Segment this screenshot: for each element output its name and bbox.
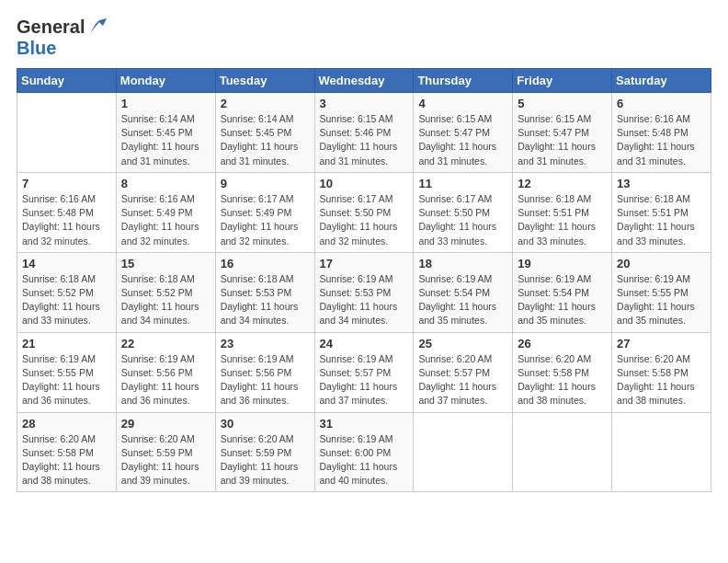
day-detail: Sunrise: 6:18 AM Sunset: 5:51 PM Dayligh… <box>518 192 607 248</box>
day-number: 14 <box>22 257 111 270</box>
day-detail: Sunrise: 6:17 AM Sunset: 5:50 PM Dayligh… <box>418 192 507 248</box>
calendar-cell: 3Sunrise: 6:15 AM Sunset: 5:46 PM Daylig… <box>314 93 414 173</box>
day-number: 29 <box>121 417 210 431</box>
calendar-cell: 26Sunrise: 6:20 AM Sunset: 5:58 PM Dayli… <box>513 332 612 412</box>
day-detail: Sunrise: 6:20 AM Sunset: 5:58 PM Dayligh… <box>617 352 706 408</box>
day-header-monday: Monday <box>116 69 215 93</box>
header: General Blue <box>17 17 711 59</box>
calendar-cell: 21Sunrise: 6:19 AM Sunset: 5:55 PM Dayli… <box>17 332 117 412</box>
day-detail: Sunrise: 6:19 AM Sunset: 5:53 PM Dayligh… <box>320 272 409 328</box>
calendar-cell: 27Sunrise: 6:20 AM Sunset: 5:58 PM Dayli… <box>612 332 711 412</box>
day-detail: Sunrise: 6:16 AM Sunset: 5:48 PM Dayligh… <box>617 112 706 168</box>
day-number: 23 <box>221 337 310 350</box>
calendar-cell: 18Sunrise: 6:19 AM Sunset: 5:54 PM Dayli… <box>414 252 513 332</box>
calendar-cell: 6Sunrise: 6:16 AM Sunset: 5:48 PM Daylig… <box>612 93 711 173</box>
day-number: 28 <box>22 417 111 431</box>
day-detail: Sunrise: 6:19 AM Sunset: 5:54 PM Dayligh… <box>518 272 607 328</box>
day-detail: Sunrise: 6:18 AM Sunset: 5:51 PM Dayligh… <box>617 192 706 248</box>
day-number: 30 <box>221 417 310 431</box>
calendar-cell: 17Sunrise: 6:19 AM Sunset: 5:53 PM Dayli… <box>314 252 414 332</box>
calendar-cell: 1Sunrise: 6:14 AM Sunset: 5:45 PM Daylig… <box>116 93 215 173</box>
day-detail: Sunrise: 6:18 AM Sunset: 5:52 PM Dayligh… <box>22 272 111 328</box>
day-number: 9 <box>221 177 310 190</box>
calendar-week-2: 7Sunrise: 6:16 AM Sunset: 5:48 PM Daylig… <box>17 172 711 252</box>
calendar-cell: 11Sunrise: 6:17 AM Sunset: 5:50 PM Dayli… <box>414 172 513 252</box>
calendar-week-1: 1Sunrise: 6:14 AM Sunset: 5:45 PM Daylig… <box>17 93 711 173</box>
calendar-cell: 20Sunrise: 6:19 AM Sunset: 5:55 PM Dayli… <box>612 252 711 332</box>
calendar-cell: 23Sunrise: 6:19 AM Sunset: 5:56 PM Dayli… <box>215 332 314 412</box>
calendar-cell: 5Sunrise: 6:15 AM Sunset: 5:47 PM Daylig… <box>513 93 612 173</box>
calendar-cell: 2Sunrise: 6:14 AM Sunset: 5:45 PM Daylig… <box>215 93 314 173</box>
calendar-cell: 10Sunrise: 6:17 AM Sunset: 5:50 PM Dayli… <box>314 172 414 252</box>
calendar-cell: 4Sunrise: 6:15 AM Sunset: 5:47 PM Daylig… <box>414 93 513 173</box>
day-number: 18 <box>418 257 507 270</box>
day-detail: Sunrise: 6:20 AM Sunset: 5:59 PM Dayligh… <box>221 432 310 488</box>
day-header-sunday: Sunday <box>17 69 117 93</box>
logo: General Blue <box>17 17 107 59</box>
day-number: 22 <box>121 337 210 350</box>
day-detail: Sunrise: 6:19 AM Sunset: 5:55 PM Dayligh… <box>617 272 706 328</box>
day-number: 21 <box>22 337 111 350</box>
calendar-cell: 16Sunrise: 6:18 AM Sunset: 5:53 PM Dayli… <box>215 252 314 332</box>
day-number: 16 <box>221 257 310 270</box>
calendar-cell <box>17 93 117 173</box>
day-detail: Sunrise: 6:16 AM Sunset: 5:48 PM Dayligh… <box>22 192 111 248</box>
calendar-week-3: 14Sunrise: 6:18 AM Sunset: 5:52 PM Dayli… <box>17 252 711 332</box>
day-number: 3 <box>320 97 409 110</box>
day-number: 5 <box>518 97 607 110</box>
svg-marker-0 <box>90 18 107 33</box>
day-detail: Sunrise: 6:17 AM Sunset: 5:50 PM Dayligh… <box>320 192 409 248</box>
calendar-week-5: 28Sunrise: 6:20 AM Sunset: 5:58 PM Dayli… <box>17 412 711 492</box>
day-header-wednesday: Wednesday <box>314 69 414 93</box>
day-detail: Sunrise: 6:14 AM Sunset: 5:45 PM Dayligh… <box>221 112 310 168</box>
calendar-cell: 22Sunrise: 6:19 AM Sunset: 5:56 PM Dayli… <box>116 332 215 412</box>
calendar-cell: 25Sunrise: 6:20 AM Sunset: 5:57 PM Dayli… <box>414 332 513 412</box>
calendar-table: SundayMondayTuesdayWednesdayThursdayFrid… <box>17 68 711 492</box>
day-detail: Sunrise: 6:20 AM Sunset: 5:58 PM Dayligh… <box>518 352 607 408</box>
day-number: 19 <box>518 257 607 270</box>
day-header-thursday: Thursday <box>414 69 513 93</box>
day-detail: Sunrise: 6:19 AM Sunset: 5:54 PM Dayligh… <box>418 272 507 328</box>
day-detail: Sunrise: 6:15 AM Sunset: 5:47 PM Dayligh… <box>518 112 607 168</box>
day-detail: Sunrise: 6:17 AM Sunset: 5:49 PM Dayligh… <box>221 192 310 248</box>
calendar-cell: 14Sunrise: 6:18 AM Sunset: 5:52 PM Dayli… <box>17 252 117 332</box>
day-header-saturday: Saturday <box>612 69 711 93</box>
calendar-cell <box>513 412 612 492</box>
day-detail: Sunrise: 6:20 AM Sunset: 5:59 PM Dayligh… <box>121 432 210 488</box>
day-header-friday: Friday <box>513 69 612 93</box>
day-detail: Sunrise: 6:14 AM Sunset: 5:45 PM Dayligh… <box>121 112 210 168</box>
day-detail: Sunrise: 6:18 AM Sunset: 5:53 PM Dayligh… <box>221 272 310 328</box>
day-number: 6 <box>617 97 706 110</box>
day-detail: Sunrise: 6:20 AM Sunset: 5:57 PM Dayligh… <box>418 352 507 408</box>
logo-general: General <box>17 17 85 38</box>
day-number: 15 <box>121 257 210 270</box>
day-number: 25 <box>418 337 507 350</box>
day-number: 20 <box>617 257 706 270</box>
day-detail: Sunrise: 6:19 AM Sunset: 6:00 PM Dayligh… <box>320 432 409 488</box>
calendar-cell <box>414 412 513 492</box>
calendar-cell: 8Sunrise: 6:16 AM Sunset: 5:49 PM Daylig… <box>116 172 215 252</box>
day-detail: Sunrise: 6:18 AM Sunset: 5:52 PM Dayligh… <box>121 272 210 328</box>
calendar-header-row: SundayMondayTuesdayWednesdayThursdayFrid… <box>17 69 711 93</box>
day-number: 13 <box>617 177 706 190</box>
calendar-cell: 15Sunrise: 6:18 AM Sunset: 5:52 PM Dayli… <box>116 252 215 332</box>
day-number: 26 <box>518 337 607 350</box>
calendar-cell: 30Sunrise: 6:20 AM Sunset: 5:59 PM Dayli… <box>215 412 314 492</box>
calendar-cell: 24Sunrise: 6:19 AM Sunset: 5:57 PM Dayli… <box>314 332 414 412</box>
day-number: 27 <box>617 337 706 350</box>
day-number: 17 <box>320 257 409 270</box>
day-number: 12 <box>518 177 607 190</box>
day-detail: Sunrise: 6:20 AM Sunset: 5:58 PM Dayligh… <box>22 432 111 488</box>
day-detail: Sunrise: 6:19 AM Sunset: 5:56 PM Dayligh… <box>121 352 210 408</box>
day-number: 11 <box>418 177 507 190</box>
day-detail: Sunrise: 6:19 AM Sunset: 5:55 PM Dayligh… <box>22 352 111 408</box>
calendar-cell: 28Sunrise: 6:20 AM Sunset: 5:58 PM Dayli… <box>17 412 117 492</box>
day-detail: Sunrise: 6:15 AM Sunset: 5:46 PM Dayligh… <box>320 112 409 168</box>
day-header-tuesday: Tuesday <box>215 69 314 93</box>
calendar-cell: 13Sunrise: 6:18 AM Sunset: 5:51 PM Dayli… <box>612 172 711 252</box>
day-number: 31 <box>320 417 409 431</box>
day-detail: Sunrise: 6:16 AM Sunset: 5:49 PM Dayligh… <box>121 192 210 248</box>
day-number: 24 <box>320 337 409 350</box>
calendar-cell: 9Sunrise: 6:17 AM Sunset: 5:49 PM Daylig… <box>215 172 314 252</box>
page: General Blue SundayMondayTuesdayWednesda… <box>0 0 728 563</box>
